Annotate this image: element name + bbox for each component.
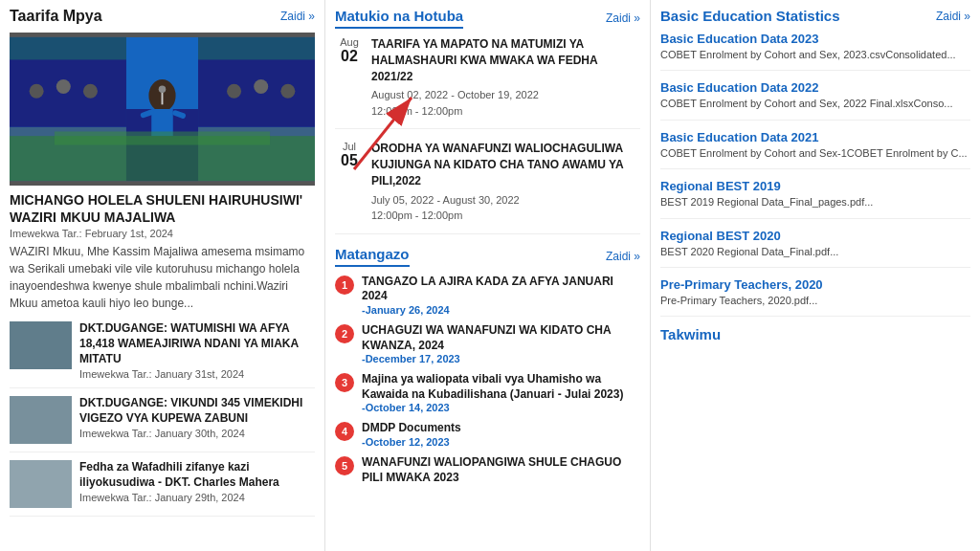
stat-6-desc: Pre-Primary Teachers, 2020.pdf... (660, 294, 970, 308)
announcement-2-title[interactable]: UCHAGUZI WA WANAFUNZI WA KIDATO CHA KWAN… (362, 323, 640, 353)
stat-1-title[interactable]: Basic Education Data 2023 (660, 32, 970, 46)
news-item-2-title[interactable]: DKT.DUGANGE: VIKUNDI 345 VIMEKIDHI VIGEZ… (79, 396, 315, 426)
svg-rect-20 (55, 131, 270, 144)
announcement-1-num: 1 (335, 276, 354, 295)
stat-4-desc: BEST 2019 Regional Data_Final_pages.pdf.… (660, 195, 970, 209)
announcement-1: 1 TANGAZO LA AJIRA KADA ZA AFYA JANUARI … (335, 275, 640, 316)
announcement-2: 2 UCHAGUZI WA WANAFUNZI WA KIDATO CHA KW… (335, 323, 640, 364)
news-item-1-title[interactable]: DKT.DUGANGE: WATUMISHI WA AFYA 18,418 WA… (79, 321, 315, 366)
event-1-month: Aug (340, 36, 359, 48)
stat-item-2: Basic Education Data 2022 COBET Enrolmen… (660, 80, 970, 120)
takwimu-title[interactable]: Takwimu (660, 326, 970, 342)
event-2-daterange: July 05, 2022 - August 30, 2022 (371, 192, 640, 209)
announcement-4: 4 DMDP Documents -October 12, 2023 (335, 421, 640, 448)
main-news-image (10, 33, 315, 186)
events-section-title: Matukio na Hotuba (335, 8, 463, 29)
announcement-5-num: 5 (335, 456, 354, 475)
stat-3-desc: COBET Enrolment by Cohort and Sex-1COBET… (660, 146, 970, 161)
event-1-time: 12:00pm - 12:00pm (371, 103, 640, 120)
right-zaidi-link[interactable]: Zaidi » (936, 10, 970, 23)
news-item-1-date: Imewekwa Tar.: January 31st, 2024 (79, 368, 315, 380)
stat-5-title[interactable]: Regional BEST 2020 (660, 229, 970, 243)
stat-5-desc: BEST 2020 Regional Data_Final.pdf... (660, 245, 970, 259)
news-item-2-date: Imewekwa Tar.: January 30th, 2024 (79, 428, 315, 439)
news-thumb-2 (10, 396, 72, 444)
announcement-3-date: -October 14, 2023 (362, 402, 640, 413)
event-2-title[interactable]: ORODHA YA WANAFUNZI WALIOCHAGULIWA KUJIU… (371, 141, 640, 188)
stat-6-title[interactable]: Pre-Primary Teachers, 2020 (660, 277, 970, 292)
svg-rect-11 (10, 37, 126, 59)
event-1-title[interactable]: TAARIFA YA MAPATO NA MATUMIZI YA HALMASH… (371, 36, 640, 84)
left-zaidi-link[interactable]: Zaidi » (280, 10, 315, 23)
announcement-2-date: -December 17, 2023 (362, 353, 640, 364)
news-item-2: DKT.DUGANGE: VIKUNDI 345 VIMEKIDHI VIGEZ… (10, 396, 315, 452)
main-news-title[interactable]: MICHANGO HOLELA SHULENI HAIRUHUSIWI' WAZ… (10, 191, 315, 226)
stat-item-1: Basic Education Data 2023 COBET Enrolmen… (660, 32, 970, 71)
announcement-4-num: 4 (335, 422, 354, 441)
main-news-body: WAZIRI Mkuu, Mhe Kassim Majaliwa amesema… (10, 243, 315, 312)
svg-point-16 (227, 84, 241, 99)
announcement-3-title[interactable]: Majina ya waliopata vibali vya Uhamisho … (362, 372, 640, 402)
announcement-1-title[interactable]: TANGAZO LA AJIRA KADA ZA AFYA JANUARI 20… (362, 275, 640, 304)
announcement-3-num: 3 (335, 373, 354, 392)
svg-point-18 (280, 84, 295, 99)
announcements-section-title: Matangazo (335, 246, 410, 267)
stat-item-3: Basic Education Data 2021 COBET Enrolmen… (660, 130, 970, 169)
event-item-1: Aug 02 TAARIFA YA MAPATO NA MATUMIZI YA … (335, 36, 640, 129)
svg-point-14 (56, 79, 71, 94)
stat-3-title[interactable]: Basic Education Data 2021 (660, 130, 970, 144)
main-news-date: Imewekwa Tar.: February 1st, 2024 (10, 228, 315, 239)
event-item-2: Jul 05 ORODHA YA WANAFUNZI WALIOCHAGULIW… (335, 141, 640, 233)
events-zaidi-link[interactable]: Zaidi » (606, 11, 640, 25)
stat-item-5: Regional BEST 2020 BEST 2020 Regional Da… (660, 229, 970, 268)
event-2-time: 12:00pm - 12:00pm (371, 208, 640, 224)
news-item-3-title[interactable]: Fedha za Wafadhili zifanye kazi iliyokus… (79, 460, 315, 490)
svg-point-17 (254, 79, 268, 94)
svg-point-13 (30, 84, 44, 99)
stat-2-title[interactable]: Basic Education Data 2022 (660, 80, 970, 95)
stat-item-4: Regional BEST 2019 BEST 2019 Regional Da… (660, 179, 970, 218)
announcement-4-date: -October 12, 2023 (362, 436, 640, 448)
announcement-2-num: 2 (335, 324, 354, 343)
news-item-3-date: Imewekwa Tar.: January 29th, 2024 (79, 492, 315, 503)
news-item-1: DKT.DUGANGE: WATUMISHI WA AFYA 18,418 WA… (10, 321, 315, 388)
svg-point-8 (159, 86, 167, 94)
announcement-5: 5 WANAFUNZI WALIOPANGIWA SHULE CHAGUO PI… (335, 455, 640, 485)
stat-1-desc: COBET Enrolment by Cohort and Sex, 2023.… (660, 48, 970, 62)
news-thumb-1 (10, 321, 72, 369)
news-thumb-3 (10, 460, 72, 508)
stat-4-title[interactable]: Regional BEST 2019 (660, 179, 970, 193)
announcement-4-title[interactable]: DMDP Documents (362, 421, 640, 436)
left-section-title: Taarifa Mpya (10, 8, 102, 25)
news-item-3: Fedha za Wafadhili zifanye kazi iliyokus… (10, 460, 315, 517)
stat-2-desc: COBET Enrolment by Cohort and Sex, 2022 … (660, 97, 970, 111)
announcements-zaidi-link[interactable]: Zaidi » (606, 250, 640, 263)
stat-item-6: Pre-Primary Teachers, 2020 Pre-Primary T… (660, 277, 970, 317)
event-2-month: Jul (343, 141, 356, 152)
svg-point-15 (83, 84, 98, 99)
event-1-day: 02 (341, 48, 358, 65)
announcement-3: 3 Majina ya waliopata vibali vya Uhamish… (335, 372, 640, 413)
event-2-day: 05 (341, 152, 358, 169)
announcement-1-date: -January 26, 2024 (362, 304, 640, 316)
svg-rect-12 (198, 37, 315, 59)
announcement-5-title[interactable]: WANAFUNZI WALIOPANGIWA SHULE CHAGUO PILI… (362, 455, 640, 485)
right-section-title: Basic Education Statistics (660, 8, 840, 24)
event-1-daterange: August 02, 2022 - October 19, 2022 (371, 87, 640, 103)
